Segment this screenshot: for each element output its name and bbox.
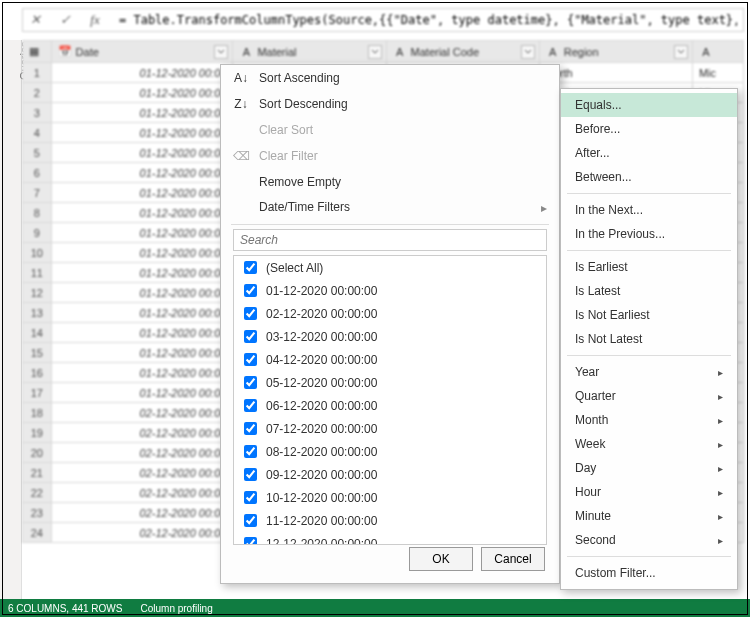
cell-date[interactable]: 02-12-2020 00:00	[51, 463, 233, 483]
filter-value-item[interactable]: 05-12-2020 00:00:00	[234, 371, 546, 394]
filter-value-item[interactable]: 10-12-2020 00:00:00	[234, 486, 546, 509]
filter-value-item[interactable]: 02-12-2020 00:00:00	[234, 302, 546, 325]
filter-value-checkbox[interactable]	[244, 445, 257, 458]
filter-value-checkbox[interactable]	[244, 307, 257, 320]
row-number[interactable]: 19	[23, 423, 52, 443]
filter-value-item[interactable]: 06-12-2020 00:00:00	[234, 394, 546, 417]
submenu-item-before[interactable]: Before...	[561, 117, 737, 141]
select-all-checkbox[interactable]	[244, 261, 257, 274]
row-number[interactable]: 23	[23, 503, 52, 523]
filter-value-checkbox[interactable]	[244, 330, 257, 343]
submenu-item-is-latest[interactable]: Is Latest	[561, 279, 737, 303]
filter-value-item[interactable]: 01-12-2020 00:00:00	[234, 279, 546, 302]
filter-value-checkbox[interactable]	[244, 468, 257, 481]
cell-extra[interactable]: Mic	[692, 63, 743, 83]
queries-panel-tab[interactable]: Queries	[0, 40, 22, 600]
row-number[interactable]: 12	[23, 283, 52, 303]
col-extra[interactable]: A	[692, 41, 743, 63]
col-region[interactable]: ARegion	[539, 41, 692, 63]
cell-date[interactable]: 01-12-2020 00:00	[51, 183, 233, 203]
row-number[interactable]: 20	[23, 443, 52, 463]
filter-value-checkbox[interactable]	[244, 491, 257, 504]
cancel-button[interactable]: Cancel	[481, 547, 545, 571]
cell-date[interactable]: 02-12-2020 00:00	[51, 423, 233, 443]
submenu-item-after[interactable]: After...	[561, 141, 737, 165]
filter-value-checkbox[interactable]	[244, 514, 257, 527]
filter-value-item[interactable]: 08-12-2020 00:00:00	[234, 440, 546, 463]
col-material[interactable]: AMaterial	[233, 41, 386, 63]
row-number[interactable]: 2	[23, 83, 52, 103]
cell-date[interactable]: 01-12-2020 00:00	[51, 223, 233, 243]
submenu-item-year[interactable]: Year▸	[561, 360, 737, 384]
cell-date[interactable]: 01-12-2020 00:00	[51, 243, 233, 263]
cell-date[interactable]: 01-12-2020 00:00	[51, 63, 233, 83]
row-number[interactable]: 15	[23, 343, 52, 363]
cell-date[interactable]: 02-12-2020 00:00	[51, 443, 233, 463]
submenu-item-custom-filter[interactable]: Custom Filter...	[561, 561, 737, 585]
remove-empty[interactable]: Remove Empty	[221, 169, 559, 195]
cell-date[interactable]: 01-12-2020 00:00	[51, 163, 233, 183]
cell-date[interactable]: 01-12-2020 00:00	[51, 303, 233, 323]
filter-arrow-region[interactable]	[674, 45, 688, 59]
submenu-item-quarter[interactable]: Quarter▸	[561, 384, 737, 408]
row-number[interactable]: 13	[23, 303, 52, 323]
row-number[interactable]: 9	[23, 223, 52, 243]
filter-value-item[interactable]: 04-12-2020 00:00:00	[234, 348, 546, 371]
row-number[interactable]: 8	[23, 203, 52, 223]
cell-date[interactable]: 01-12-2020 00:00	[51, 143, 233, 163]
filter-value-item[interactable]: 09-12-2020 00:00:00	[234, 463, 546, 486]
submenu-item-equals[interactable]: Equals...	[561, 93, 737, 117]
filter-values-list[interactable]: (Select All) 01-12-2020 00:00:0002-12-20…	[233, 255, 547, 545]
row-number[interactable]: 14	[23, 323, 52, 343]
filter-arrow-material[interactable]	[368, 45, 382, 59]
submenu-item-is-not-latest[interactable]: Is Not Latest	[561, 327, 737, 351]
commit-formula-icon[interactable]: ✓	[53, 8, 77, 32]
row-number[interactable]: 6	[23, 163, 52, 183]
formula-input[interactable]	[113, 9, 743, 31]
row-number[interactable]: 1	[23, 63, 52, 83]
cell-date[interactable]: 02-12-2020 00:00	[51, 403, 233, 423]
row-number[interactable]: 5	[23, 143, 52, 163]
submenu-item-in-the-previous[interactable]: In the Previous...	[561, 222, 737, 246]
submenu-item-week[interactable]: Week▸	[561, 432, 737, 456]
submenu-item-day[interactable]: Day▸	[561, 456, 737, 480]
cell-date[interactable]: 01-12-2020 00:00	[51, 283, 233, 303]
row-number[interactable]: 7	[23, 183, 52, 203]
submenu-item-second[interactable]: Second▸	[561, 528, 737, 552]
date-time-filters[interactable]: Date/Time Filters ▸	[221, 195, 559, 221]
cell-date[interactable]: 02-12-2020 00:00	[51, 483, 233, 503]
cell-date[interactable]: 01-12-2020 00:00	[51, 83, 233, 103]
submenu-item-in-the-next[interactable]: In the Next...	[561, 198, 737, 222]
cell-region[interactable]: North	[539, 63, 692, 83]
filter-value-checkbox[interactable]	[244, 376, 257, 389]
cell-date[interactable]: 02-12-2020 00:00	[51, 503, 233, 523]
filter-value-checkbox[interactable]	[244, 353, 257, 366]
filter-search-input[interactable]	[233, 229, 547, 251]
cell-date[interactable]: 02-12-2020 00:00	[51, 523, 233, 543]
row-number[interactable]: 16	[23, 363, 52, 383]
filter-value-item[interactable]: 07-12-2020 00:00:00	[234, 417, 546, 440]
select-all-item[interactable]: (Select All)	[234, 256, 546, 279]
filter-arrow-date[interactable]	[214, 45, 228, 59]
row-number[interactable]: 22	[23, 483, 52, 503]
filter-value-item[interactable]: 11-12-2020 00:00:00	[234, 509, 546, 532]
row-number[interactable]: 10	[23, 243, 52, 263]
cell-date[interactable]: 01-12-2020 00:00	[51, 123, 233, 143]
ok-button[interactable]: OK	[409, 547, 473, 571]
cell-date[interactable]: 01-12-2020 00:00	[51, 343, 233, 363]
submenu-item-is-earliest[interactable]: Is Earliest	[561, 255, 737, 279]
row-number[interactable]: 3	[23, 103, 52, 123]
col-date[interactable]: 📅Date	[51, 41, 233, 63]
row-number[interactable]: 4	[23, 123, 52, 143]
sort-ascending[interactable]: A↓ Sort Ascending	[221, 65, 559, 91]
row-number[interactable]: 21	[23, 463, 52, 483]
submenu-item-between[interactable]: Between...	[561, 165, 737, 189]
cancel-formula-icon[interactable]: ✕	[23, 8, 47, 32]
filter-arrow-material-code[interactable]	[521, 45, 535, 59]
row-number[interactable]: 17	[23, 383, 52, 403]
row-number[interactable]: 18	[23, 403, 52, 423]
sort-descending[interactable]: Z↓ Sort Descending	[221, 91, 559, 117]
cell-date[interactable]: 01-12-2020 00:00	[51, 103, 233, 123]
filter-value-item[interactable]: 03-12-2020 00:00:00	[234, 325, 546, 348]
cell-date[interactable]: 01-12-2020 00:00	[51, 203, 233, 223]
